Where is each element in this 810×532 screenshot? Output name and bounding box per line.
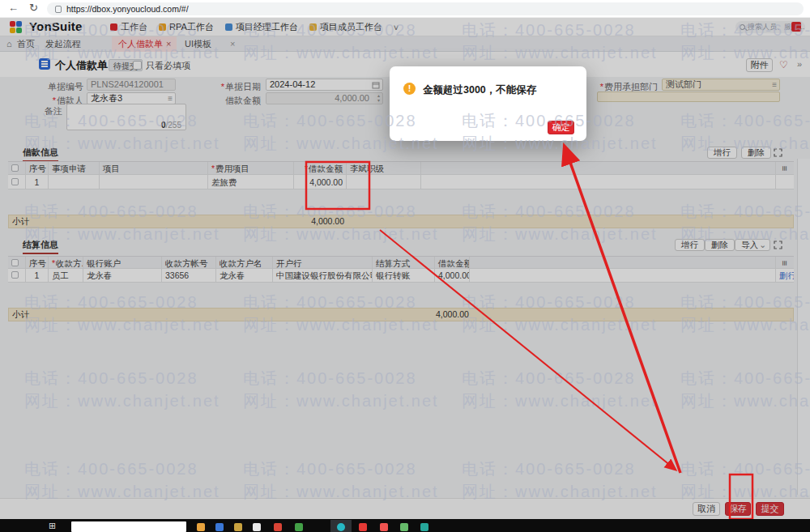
url-text: https://dbox.yonyoucloud.com/#/ (66, 4, 189, 14)
taskbar-icon-app-teal2[interactable] (420, 523, 428, 531)
taskbar-icon-app-blue[interactable] (215, 523, 224, 531)
taskbar-icon-app-red2[interactable] (359, 523, 367, 531)
taskbar-icon-app-pink[interactable] (380, 523, 388, 531)
screen: ← ↻ https://dbox.yonyoucloud.com/#/ YonS… (0, 0, 810, 532)
browser-chrome: ← ↻ https://dbox.yonyoucloud.com/#/ (0, 0, 810, 18)
os-taskbar[interactable]: ⊞ (0, 519, 810, 532)
taskbar-icon-app-folder[interactable] (234, 523, 242, 531)
taskbar-icon-app-red[interactable] (274, 523, 282, 531)
taskbar-icon-app-green[interactable] (295, 523, 303, 531)
address-bar[interactable]: https://dbox.yonyoucloud.com/#/ (47, 2, 804, 15)
alert-dialog: ! 金额超过3000，不能保存 确定 (390, 66, 586, 141)
start-icon[interactable]: ⊞ (49, 521, 56, 531)
taskbar-search[interactable] (71, 521, 186, 532)
site-info-icon[interactable] (55, 6, 62, 13)
ok-button[interactable]: 确定 (548, 121, 574, 134)
taskbar-icon-app-teal[interactable] (337, 523, 345, 531)
taskbar-icon-app-green2[interactable] (400, 523, 408, 531)
taskbar-icon-app-white[interactable] (253, 523, 261, 531)
back-icon[interactable]: ← (8, 2, 19, 14)
taskbar-icon-app-orange[interactable] (197, 523, 205, 531)
warning-icon: ! (403, 83, 416, 95)
alert-message: 金额超过3000，不能保存 (423, 83, 536, 97)
refresh-icon[interactable]: ↻ (29, 2, 38, 14)
